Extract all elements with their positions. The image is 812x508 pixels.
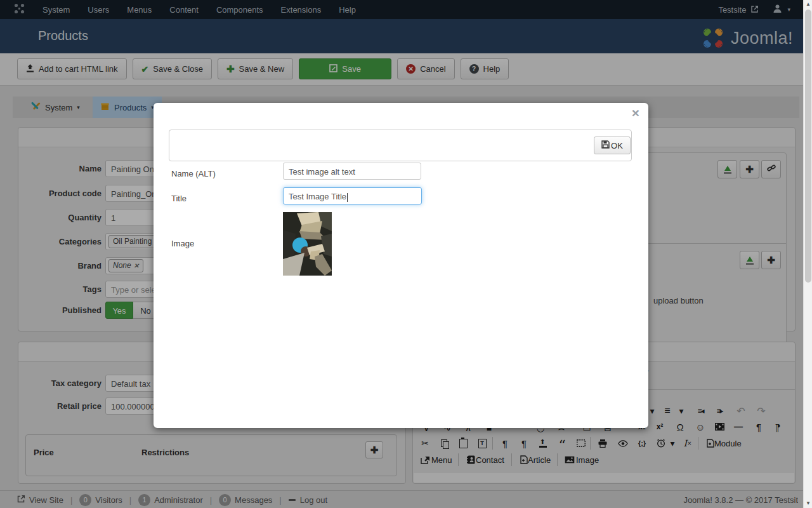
scrollbar-thumb[interactable] <box>805 10 811 283</box>
floppy-save-icon <box>601 140 610 150</box>
modal-toolbar-box <box>169 130 632 161</box>
vertical-scrollbar[interactable]: ▲ ▼ <box>803 0 812 508</box>
image-label: Image <box>171 239 194 248</box>
alt-input[interactable]: Test image alt text <box>283 163 421 180</box>
title-label: Title <box>171 194 187 203</box>
image-thumbnail[interactable] <box>283 212 332 276</box>
scroll-down-icon[interactable]: ▼ <box>804 499 812 508</box>
scroll-up-icon[interactable]: ▲ <box>804 0 812 9</box>
title-input[interactable]: Test Image Title <box>283 187 422 204</box>
image-properties-modal: × OK Name (ALT) Test image alt text Titl… <box>154 103 648 428</box>
text-cursor <box>347 193 348 202</box>
close-icon[interactable]: × <box>632 105 639 121</box>
joomla-admin-screen: System Users Menus Content Components Ex… <box>0 0 812 508</box>
alt-label: Name (ALT) <box>171 169 216 178</box>
ok-button[interactable]: OK <box>594 137 631 154</box>
